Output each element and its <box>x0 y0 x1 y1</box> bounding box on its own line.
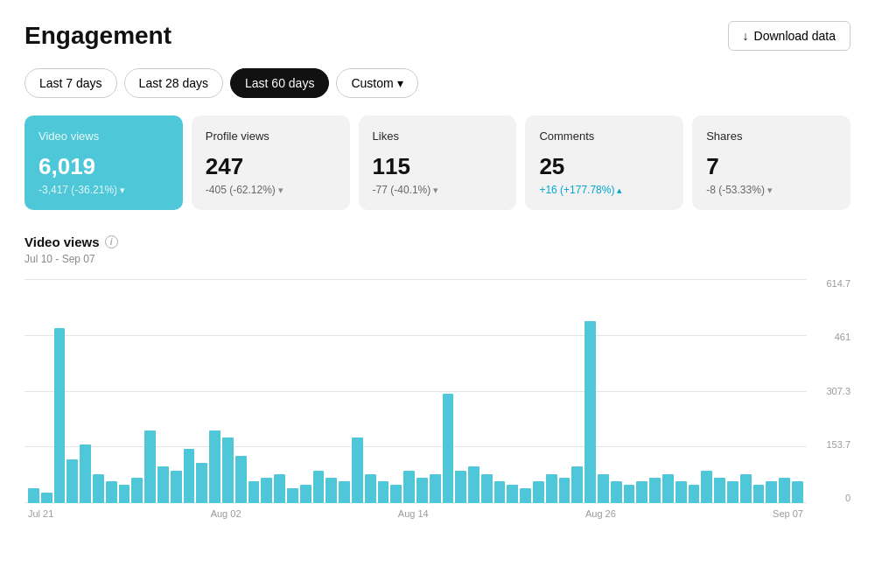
download-button-label: Download data <box>754 29 836 43</box>
stat-card-profile-views: Profile views 247 -405 (-62.12%) ▾ <box>192 116 350 210</box>
bar-52 <box>701 471 712 503</box>
stat-change-video-views: -3,417 (-36.21%) ▾ <box>38 184 169 196</box>
bar-28 <box>390 485 402 503</box>
bar-37 <box>507 485 518 503</box>
stat-label-video-views: Video views <box>38 130 169 143</box>
bar-48 <box>649 478 661 503</box>
filter-7days[interactable]: Last 7 days <box>24 68 117 98</box>
stat-change-likes: -77 (-40.1%) ▾ <box>373 184 503 196</box>
y-label-2: 461 <box>835 332 850 342</box>
bar-49 <box>662 474 674 503</box>
bar-40 <box>546 474 557 503</box>
bar-1 <box>41 493 52 503</box>
stat-label-profile-views: Profile views <box>206 130 336 143</box>
bar-4 <box>80 444 91 503</box>
chart-title-text: Video views <box>24 234 100 249</box>
chart-title-row: Video views i <box>24 234 850 249</box>
bar-0 <box>28 488 39 503</box>
y-label-3: 307.3 <box>826 387 850 396</box>
bar-27 <box>378 481 389 503</box>
bar-6 <box>106 481 117 503</box>
bar-18 <box>261 478 272 503</box>
arrow-down-icon: ▾ <box>120 185 125 196</box>
bar-14 <box>209 430 220 503</box>
page-title: Engagement <box>24 22 172 50</box>
filter-28days[interactable]: Last 28 days <box>124 68 223 98</box>
bar-16 <box>235 456 247 503</box>
x-label-sep07: Sep 07 <box>773 508 803 519</box>
chart-section: Video views i Jul 10 - Sep 07 Jul 21 <box>24 234 850 524</box>
stats-grid: Video views 6,019 -3,417 (-36.21%) ▾ Pro… <box>24 116 850 210</box>
bar-26 <box>365 474 376 503</box>
info-icon[interactable]: i <box>105 235 118 248</box>
bar-42 <box>571 466 583 503</box>
bar-51 <box>689 485 700 503</box>
bar-47 <box>636 481 648 503</box>
stat-card-comments: Comments 25 +16 (+177.78%) ▴ <box>525 116 683 210</box>
y-label-1: 614.7 <box>826 279 850 289</box>
stat-change-comments: +16 (+177.78%) ▴ <box>539 184 669 196</box>
bar-38 <box>520 488 531 503</box>
bar-25 <box>352 438 363 503</box>
bar-29 <box>403 471 415 503</box>
bar-30 <box>416 478 428 503</box>
stat-value-comments: 25 <box>539 153 669 180</box>
stat-change-shares: -8 (-53.33%) ▾ <box>706 184 836 196</box>
bar-19 <box>274 474 285 503</box>
bar-2 <box>54 328 66 503</box>
bars-wrapper <box>24 279 807 503</box>
custom-label: Custom <box>351 76 393 90</box>
stat-card-likes: Likes 115 -77 (-40.1%) ▾ <box>359 116 517 210</box>
stat-value-video-views: 6,019 <box>38 153 169 180</box>
bar-46 <box>624 485 635 503</box>
filter-custom[interactable]: Custom ▾ <box>336 68 417 98</box>
stat-change-profile-views: -405 (-62.12%) ▾ <box>206 184 336 196</box>
stat-value-shares: 7 <box>706 153 836 180</box>
bar-39 <box>533 481 544 503</box>
x-label-aug14: Aug 14 <box>398 508 429 519</box>
x-label-jul21: Jul 21 <box>28 508 53 519</box>
bar-53 <box>714 478 725 503</box>
bar-9 <box>144 430 156 503</box>
arrow-down-icon: ▾ <box>767 185 773 196</box>
bar-21 <box>300 485 312 503</box>
bar-3 <box>66 459 78 503</box>
bar-5 <box>93 474 104 503</box>
chart-container: Jul 21 Aug 02 Aug 14 Aug 26 Sep 07 614.7… <box>24 279 850 524</box>
bar-22 <box>313 471 325 503</box>
chevron-down-icon: ▾ <box>397 76 403 90</box>
stat-value-profile-views: 247 <box>206 153 336 180</box>
bar-34 <box>468 466 480 503</box>
bar-33 <box>455 471 466 503</box>
stat-card-shares: Shares 7 -8 (-53.33%) ▾ <box>692 116 850 210</box>
bar-11 <box>171 471 182 503</box>
bar-36 <box>494 481 506 503</box>
bar-45 <box>611 481 622 503</box>
bar-50 <box>676 481 687 503</box>
stat-value-likes: 115 <box>373 153 503 180</box>
bar-41 <box>559 478 570 503</box>
y-axis: 614.7 461 307.3 153.7 0 <box>807 279 850 524</box>
x-label-aug26: Aug 26 <box>585 508 616 519</box>
bar-35 <box>481 474 493 503</box>
stat-label-comments: Comments <box>539 130 669 143</box>
bar-20 <box>287 488 298 503</box>
bar-17 <box>248 481 260 503</box>
chart-date-range: Jul 10 - Sep 07 <box>24 253 850 265</box>
date-filter-group: Last 7 days Last 28 days Last 60 days Cu… <box>24 68 850 98</box>
bar-44 <box>598 474 609 503</box>
bar-15 <box>222 438 234 503</box>
download-button[interactable]: ↓ Download data <box>728 21 850 51</box>
bar-8 <box>131 478 143 503</box>
bar-56 <box>753 485 765 503</box>
arrow-up-icon: ▴ <box>617 185 622 196</box>
x-label-aug02: Aug 02 <box>211 508 242 519</box>
bar-55 <box>740 474 752 503</box>
bar-7 <box>119 485 130 503</box>
bar-59 <box>792 481 803 503</box>
bar-58 <box>779 478 790 503</box>
filter-60days[interactable]: Last 60 days <box>230 68 329 98</box>
bar-32 <box>443 394 454 503</box>
stat-label-shares: Shares <box>706 130 836 143</box>
y-label-5: 0 <box>845 494 850 503</box>
